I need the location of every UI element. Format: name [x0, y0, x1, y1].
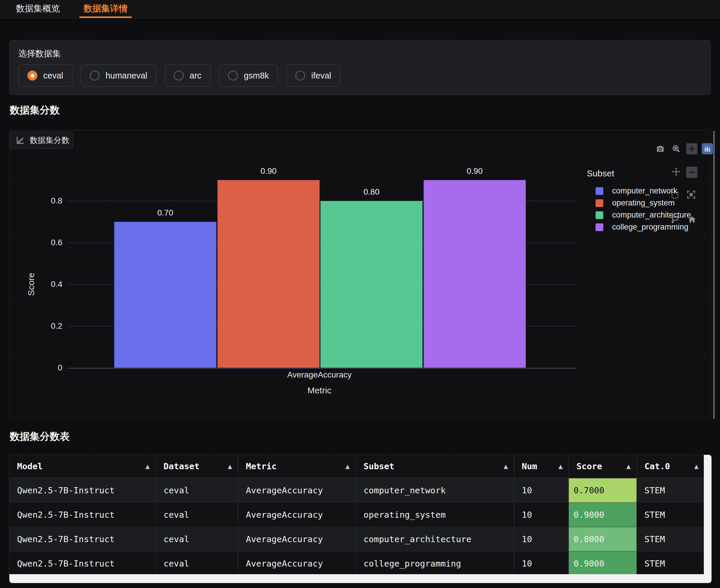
cell-num: 10 — [514, 527, 569, 551]
legend-swatch-operating_system — [596, 200, 603, 207]
sort-asc-icon[interactable]: ▲ — [503, 463, 508, 469]
x-axis-title: Metric — [261, 385, 378, 395]
table-row: Qwen2.5-7B-InstructcevalAverageAccuracyo… — [9, 502, 704, 527]
cell-model: Qwen2.5-7B-Instruct — [9, 527, 156, 551]
column-header-dataset[interactable]: Dataset▲ — [156, 455, 238, 478]
bar-computer_network[interactable] — [114, 222, 217, 368]
scatter-chart-icon — [16, 135, 25, 145]
column-label-num: Num — [522, 461, 537, 471]
column-label-subset: Subset — [364, 461, 394, 471]
radio-label-arc: arc — [190, 71, 202, 81]
bar-value-computer_network: 0.70 — [114, 208, 217, 219]
box-select-icon[interactable] — [670, 190, 681, 201]
cell-score: 0.9000 — [569, 503, 636, 527]
camera-icon[interactable] — [655, 143, 666, 154]
cell-num: 10 — [514, 551, 569, 576]
table-row: Qwen2.5-7B-InstructcevalAverageAccuracyc… — [9, 478, 704, 502]
radio-circle-ifeval — [295, 70, 305, 81]
autoscale-icon[interactable] — [685, 189, 697, 200]
tab-2[interactable]: 数据集详情 — [79, 0, 132, 18]
column-header-model[interactable]: Model▲ — [9, 455, 156, 478]
plotly-logo-icon[interactable] — [702, 143, 713, 154]
column-header-metric[interactable]: Metric▲ — [238, 455, 355, 478]
box-zoom-icon[interactable] — [671, 143, 682, 154]
column-label-cat-0: Cat.0 — [644, 461, 670, 471]
cell-dataset: ceval — [156, 527, 238, 551]
pan-icon[interactable] — [671, 166, 682, 177]
zoom-in-icon[interactable] — [686, 143, 697, 154]
cell-cat: STEM — [636, 527, 704, 551]
bar-value-computer_architecture: 0.80 — [320, 187, 423, 198]
column-label-model: Model — [17, 461, 43, 471]
legend-label-operating_system: operating_system — [612, 198, 675, 208]
cell-dataset: ceval — [156, 503, 238, 527]
bar-operating_system[interactable] — [217, 180, 320, 368]
cell-num: 10 — [514, 503, 569, 527]
table-content: Model▲Dataset▲Metric▲Subset▲Num▲Score▲Ca… — [9, 455, 704, 576]
table-body: Qwen2.5-7B-InstructcevalAverageAccuracyc… — [9, 478, 704, 576]
radio-label-humaneval: humaneval — [106, 71, 147, 81]
cell-dataset: ceval — [156, 478, 238, 502]
cell-dataset: ceval — [156, 551, 238, 576]
cell-metric: AverageAccuracy — [238, 503, 355, 527]
sort-asc-icon[interactable]: ▲ — [145, 463, 150, 469]
cell-metric: AverageAccuracy — [238, 551, 355, 576]
sort-asc-icon[interactable]: ▲ — [228, 463, 232, 469]
cell-subset: computer_network — [355, 478, 514, 502]
table-vertical-scrollbar[interactable] — [704, 455, 712, 574]
cell-subset: computer_architecture — [355, 527, 514, 551]
chart-type-chip[interactable]: 数据集分数 — [10, 132, 73, 149]
radio-circle-gsm8k — [228, 70, 238, 81]
zoom-out-icon[interactable] — [686, 167, 697, 178]
scores-table: Model▲Dataset▲Metric▲Subset▲Num▲Score▲Ca… — [9, 455, 712, 583]
radio-circle-ceval — [27, 70, 37, 81]
table-horizontal-scrollbar[interactable] — [9, 574, 712, 583]
table-header-row: Model▲Dataset▲Metric▲Subset▲Num▲Score▲Ca… — [9, 455, 704, 478]
home-reset-icon[interactable] — [686, 214, 698, 225]
radio-circle-humaneval — [90, 70, 100, 81]
dataset-selector-panel: 选择数据集 cevalhumanevalarcgsm8kifeval — [9, 40, 711, 95]
column-label-score: Score — [576, 461, 602, 471]
cell-score: 0.7000 — [569, 478, 636, 502]
table-section-title: 数据集分数表 — [10, 430, 70, 443]
sort-asc-icon[interactable]: ▲ — [626, 463, 631, 469]
tabbar: 数据集概览数据集详情 — [0, 0, 720, 18]
cell-cat: STEM — [636, 551, 704, 576]
page-scrollbar-thumb[interactable] — [713, 131, 715, 419]
bar-college_programming[interactable] — [424, 180, 526, 368]
legend-swatch-college_programming — [596, 224, 603, 231]
cell-score: 0.8000 — [569, 527, 636, 551]
chart-panel: Score AverageAccuracy Metric 0.80.60.40.… — [9, 130, 711, 418]
dataset-selector-label: 选择数据集 — [9, 40, 711, 60]
sort-asc-icon[interactable]: ▲ — [345, 463, 350, 469]
column-header-cat-0[interactable]: Cat.0▲ — [636, 455, 704, 478]
cell-num: 10 — [514, 478, 569, 502]
cell-subset: operating_system — [355, 503, 514, 527]
lasso-select-icon[interactable] — [670, 214, 681, 225]
scores-section-title: 数据集分数 — [10, 104, 60, 117]
radio-circle-arc — [174, 70, 184, 81]
radio-option-gsm8k[interactable]: gsm8k — [219, 64, 278, 87]
radio-label-gsm8k: gsm8k — [244, 71, 269, 81]
legend-label-computer_network: computer_network — [612, 186, 677, 195]
bar-computer_architecture[interactable] — [320, 201, 423, 368]
sort-asc-icon[interactable]: ▲ — [558, 463, 563, 469]
gridline-0 — [68, 368, 577, 369]
radio-option-humaneval[interactable]: humaneval — [81, 64, 157, 87]
cell-cat: STEM — [636, 478, 704, 502]
column-header-num[interactable]: Num▲ — [514, 455, 569, 478]
tab-1[interactable]: 数据集概览 — [12, 0, 64, 18]
bar-value-college_programming: 0.90 — [424, 166, 526, 177]
radio-option-arc[interactable]: arc — [165, 64, 211, 87]
table-row: Qwen2.5-7B-InstructcevalAverageAccuracyc… — [9, 527, 704, 551]
column-header-subset[interactable]: Subset▲ — [355, 455, 514, 478]
column-header-score[interactable]: Score▲ — [569, 455, 636, 478]
radio-label-ceval: ceval — [43, 71, 63, 81]
cell-model: Qwen2.5-7B-Instruct — [9, 551, 156, 576]
radio-option-ifeval[interactable]: ifeval — [286, 64, 340, 87]
y-tick-0.2: 0.2 — [27, 320, 62, 332]
sort-asc-icon[interactable]: ▲ — [694, 463, 699, 469]
x-tick-label: AverageAccuracy — [261, 370, 378, 380]
cell-model: Qwen2.5-7B-Instruct — [9, 503, 156, 527]
radio-option-ceval[interactable]: ceval — [18, 64, 73, 87]
